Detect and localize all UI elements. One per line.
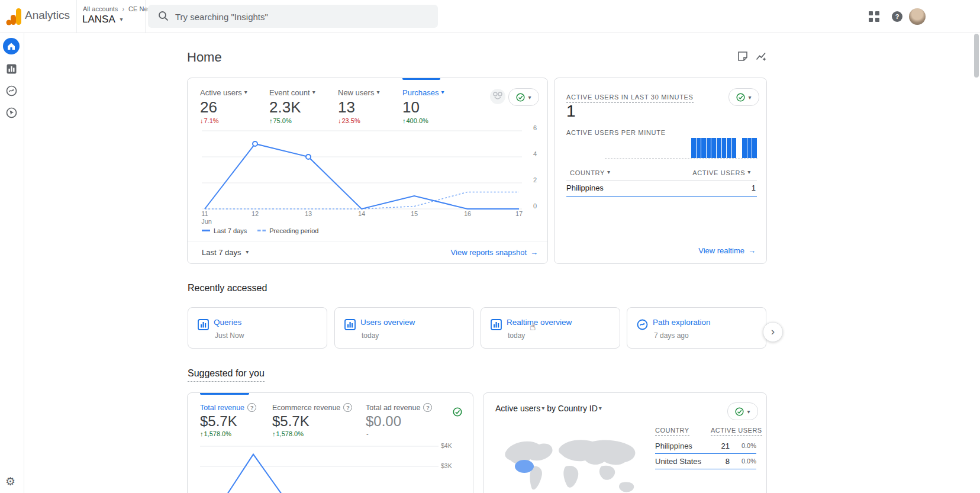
minute-bar bbox=[707, 138, 711, 158]
chevron-right-icon: › bbox=[122, 5, 124, 12]
check-circle-icon[interactable] bbox=[453, 407, 462, 417]
recent-card-queries[interactable]: Queries Just Now bbox=[188, 307, 327, 349]
geo-status-pill[interactable]: ▾ bbox=[727, 402, 758, 420]
recent-card-label[interactable]: Users overview bbox=[360, 318, 415, 327]
minute-bar bbox=[752, 138, 757, 158]
metric-label[interactable]: Active users▾ bbox=[200, 88, 247, 97]
explore-icon bbox=[6, 85, 17, 96]
delta-arrow-icon: ↑ bbox=[402, 117, 406, 124]
property-name[interactable]: LANSA bbox=[82, 14, 115, 25]
selected-metric-indicator bbox=[402, 78, 440, 80]
active-users-per-minute-chart bbox=[605, 138, 757, 159]
insights-icon[interactable] bbox=[756, 51, 766, 62]
realtime-status-pill[interactable]: ▾ bbox=[728, 88, 759, 106]
revenue-card: Total revenue? $5.7K ↑1,578.0% Ecommerce… bbox=[187, 392, 473, 493]
recent-card-realtime-overview[interactable]: Realtime overview today bbox=[481, 307, 620, 349]
metric-value: $5.7K bbox=[272, 413, 310, 430]
metric-label[interactable]: Purchases▾ bbox=[402, 88, 444, 97]
scrollbar[interactable] bbox=[974, 34, 979, 78]
recent-card-label[interactable]: Path exploration bbox=[653, 318, 711, 327]
x-tick: 17 bbox=[515, 210, 523, 217]
check-circle-icon bbox=[516, 93, 525, 102]
delta-arrow-icon: ↑ bbox=[269, 117, 273, 124]
property-selector[interactable]: LANSA ▾ bbox=[82, 14, 123, 25]
chevron-down-icon: ▾ bbox=[599, 405, 602, 411]
sidebar-item-home[interactable] bbox=[3, 38, 20, 54]
page-title: Home bbox=[187, 50, 222, 65]
recent-card-label[interactable]: Realtime overview bbox=[507, 318, 572, 327]
settings-gear-icon[interactable]: ⚙ bbox=[5, 475, 15, 488]
breadcrumb[interactable]: All accounts › CE Next bbox=[83, 5, 153, 12]
sidebar-item-advertising[interactable] bbox=[3, 104, 20, 121]
metric-label[interactable]: Event count▾ bbox=[269, 88, 315, 97]
geo-dimension-selector[interactable]: Country ID▾ bbox=[558, 404, 602, 413]
scroll-right-button[interactable]: › bbox=[763, 322, 783, 342]
metric-value: 10 bbox=[402, 98, 420, 117]
minute-bar bbox=[615, 138, 620, 158]
x-tick: 11 bbox=[201, 210, 208, 217]
divider bbox=[76, 0, 77, 33]
table-row[interactable]: Philippines 1 bbox=[566, 182, 757, 197]
table-row[interactable]: Philippines 21 0.0% bbox=[655, 440, 756, 454]
minute-bar bbox=[686, 138, 691, 158]
help-icon[interactable]: ? bbox=[892, 11, 902, 22]
recent-card-label[interactable]: Queries bbox=[214, 318, 241, 327]
breadcrumb-all-accounts[interactable]: All accounts bbox=[83, 5, 118, 12]
minute-bar bbox=[737, 138, 742, 158]
metric-delta: ↑75.0% bbox=[269, 117, 292, 124]
metric-status-pill[interactable]: ▾ bbox=[508, 88, 539, 106]
avatar[interactable] bbox=[909, 8, 926, 25]
chevron-down-icon: ▾ bbox=[120, 16, 123, 22]
per-minute-caption: ACTIVE USERS PER MINUTE bbox=[566, 129, 666, 136]
x-tick: 15 bbox=[411, 210, 418, 217]
chevron-down-icon: ▾ bbox=[747, 408, 750, 415]
sidebar-item-explore[interactable] bbox=[3, 82, 20, 99]
recent-card-time: today bbox=[362, 331, 379, 340]
minute-bar bbox=[727, 138, 731, 158]
y-grid-label: $4K bbox=[441, 442, 452, 449]
metric-label[interactable]: Ecommerce revenue? bbox=[272, 403, 352, 412]
active-users-cell: 1 bbox=[752, 183, 756, 192]
suggested-title: Suggested for you bbox=[188, 368, 265, 379]
metric-label[interactable]: Total ad revenue? bbox=[366, 403, 432, 412]
search-input[interactable] bbox=[174, 5, 431, 29]
active-users-column-header[interactable]: ACTIVE USERS bbox=[711, 427, 762, 434]
view-reports-snapshot-link[interactable]: View reports snapshot→ bbox=[451, 248, 538, 257]
selected-metric-indicator bbox=[200, 393, 249, 395]
date-range-selector[interactable]: Last 7 days ▾ bbox=[202, 248, 249, 257]
minute-bar bbox=[656, 138, 660, 158]
badge-icon[interactable] bbox=[490, 89, 505, 104]
delta-arrow-icon: ↑ bbox=[200, 430, 204, 437]
nav-sidebar: ⚙ bbox=[0, 33, 24, 493]
metric-value: 26 bbox=[200, 98, 217, 117]
legend-preceding-period: Preceding period bbox=[257, 227, 318, 234]
recent-card-time: Just Now bbox=[215, 331, 244, 340]
recent-card-users-overview[interactable]: Users overview today bbox=[334, 307, 474, 349]
sidebar-item-reports[interactable] bbox=[3, 60, 20, 77]
metric-delta: ↑400.0% bbox=[402, 117, 428, 124]
metric-label[interactable]: Total revenue? bbox=[200, 403, 256, 412]
minute-bar bbox=[681, 138, 686, 158]
help-circle-icon[interactable]: ? bbox=[247, 403, 256, 412]
realtime-active-users-value: 1 bbox=[566, 102, 576, 121]
geo-metric-selector[interactable]: Active users▾ bbox=[495, 404, 544, 413]
realtime-card: ACTIVE USERS IN LAST 30 MINUTES ▾ 1 ACTI… bbox=[554, 78, 767, 264]
notes-icon[interactable] bbox=[737, 51, 748, 62]
help-circle-icon[interactable]: ? bbox=[423, 403, 432, 412]
solid-line-icon bbox=[202, 230, 210, 231]
help-circle-icon[interactable]: ? bbox=[343, 403, 352, 412]
metric-delta: - bbox=[366, 430, 369, 437]
minute-bar bbox=[661, 138, 666, 158]
country-column-header[interactable]: COUNTRY▾ bbox=[570, 169, 611, 176]
recent-card-path-exploration[interactable]: Path exploration 7 days ago bbox=[627, 307, 766, 349]
apps-grid-icon[interactable] bbox=[869, 11, 879, 22]
search-bar[interactable] bbox=[148, 5, 438, 28]
y-tick: 4 bbox=[533, 150, 537, 157]
country-cell: United States bbox=[655, 457, 701, 466]
view-realtime-link[interactable]: View realtime→ bbox=[698, 246, 756, 255]
table-row[interactable]: United States 8 0.0% bbox=[655, 456, 756, 469]
percent-cell: 0.0% bbox=[742, 457, 756, 465]
minute-bar bbox=[701, 138, 706, 158]
active-users-column-header[interactable]: ACTIVE USERS▾ bbox=[692, 169, 751, 176]
metric-label[interactable]: New users▾ bbox=[338, 88, 379, 97]
